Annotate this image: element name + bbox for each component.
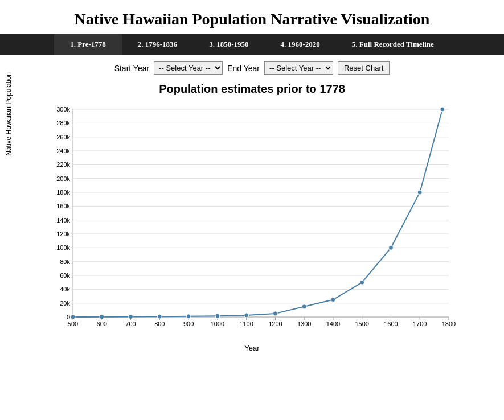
chart-title: Population estimates prior to 1778 xyxy=(0,78,504,98)
y-axis-label: Native Hawaiian Population xyxy=(5,72,13,156)
nav-item-period2[interactable]: 2. 1796-1836 xyxy=(122,34,193,55)
svg-point-71 xyxy=(330,298,335,302)
svg-point-63 xyxy=(99,315,104,319)
svg-text:1100: 1100 xyxy=(239,320,253,327)
end-year-label: End Year xyxy=(227,64,260,73)
start-year-label: Start Year xyxy=(114,64,150,73)
svg-text:240k: 240k xyxy=(56,147,70,154)
svg-text:300k: 300k xyxy=(56,106,70,113)
svg-point-64 xyxy=(128,315,133,319)
svg-text:1700: 1700 xyxy=(412,320,426,327)
nav-item-period5[interactable]: 5. Full Recorded Timeline xyxy=(336,34,450,55)
svg-text:180k: 180k xyxy=(56,189,70,196)
svg-text:140k: 140k xyxy=(56,217,70,224)
svg-text:120k: 120k xyxy=(56,230,70,237)
start-year-select[interactable]: -- Select Year -- 5006007008009001000110… xyxy=(154,61,223,75)
chart-svg: 020k40k60k80k100k120k140k160k180k200k220… xyxy=(30,104,474,343)
svg-point-65 xyxy=(157,314,162,319)
page-title: Native Hawaiian Population Narrative Vis… xyxy=(0,0,504,34)
svg-text:600: 600 xyxy=(96,320,106,327)
svg-point-66 xyxy=(186,314,191,319)
nav-item-period3[interactable]: 3. 1850-1950 xyxy=(193,34,264,55)
reset-chart-button[interactable]: Reset Chart xyxy=(338,61,390,75)
svg-text:1800: 1800 xyxy=(441,320,455,327)
svg-point-74 xyxy=(417,190,422,195)
end-year-select[interactable]: -- Select Year -- 5006007008009001000110… xyxy=(264,61,333,75)
svg-text:80k: 80k xyxy=(60,258,70,265)
svg-text:220k: 220k xyxy=(56,161,70,168)
svg-text:200k: 200k xyxy=(56,175,70,182)
svg-point-73 xyxy=(388,245,393,250)
y-axis-label-wrap: Native Hawaiian Population xyxy=(0,0,17,228)
svg-point-70 xyxy=(302,304,306,309)
svg-point-68 xyxy=(244,313,248,318)
svg-text:700: 700 xyxy=(125,320,136,327)
svg-point-69 xyxy=(273,311,277,316)
svg-text:20k: 20k xyxy=(60,300,70,307)
svg-text:0: 0 xyxy=(66,314,69,320)
svg-text:800: 800 xyxy=(154,320,165,327)
svg-text:40k: 40k xyxy=(60,286,70,293)
svg-point-75 xyxy=(440,107,444,112)
svg-text:260k: 260k xyxy=(56,134,70,141)
svg-point-67 xyxy=(215,314,219,318)
svg-text:500: 500 xyxy=(67,320,77,327)
svg-text:1200: 1200 xyxy=(268,320,282,327)
nav-item-period4[interactable]: 4. 1960-2020 xyxy=(264,34,335,55)
svg-text:1500: 1500 xyxy=(355,320,368,327)
svg-text:1600: 1600 xyxy=(384,320,398,327)
svg-text:1000: 1000 xyxy=(210,320,224,327)
svg-text:280k: 280k xyxy=(56,120,70,126)
x-axis-label: Year xyxy=(0,344,504,352)
svg-point-62 xyxy=(71,315,75,319)
svg-text:1400: 1400 xyxy=(326,320,339,327)
nav-bar: 1. Pre-1778 2. 1796-1836 3. 1850-1950 4.… xyxy=(0,34,504,55)
svg-text:60k: 60k xyxy=(60,272,70,279)
nav-item-pre1778[interactable]: 1. Pre-1778 xyxy=(54,34,122,55)
svg-point-72 xyxy=(359,280,364,285)
controls-bar: Start Year -- Select Year -- 50060070080… xyxy=(0,55,504,78)
svg-text:160k: 160k xyxy=(56,203,70,209)
svg-text:1300: 1300 xyxy=(297,320,310,327)
svg-text:100k: 100k xyxy=(56,244,70,251)
svg-text:900: 900 xyxy=(183,320,193,327)
